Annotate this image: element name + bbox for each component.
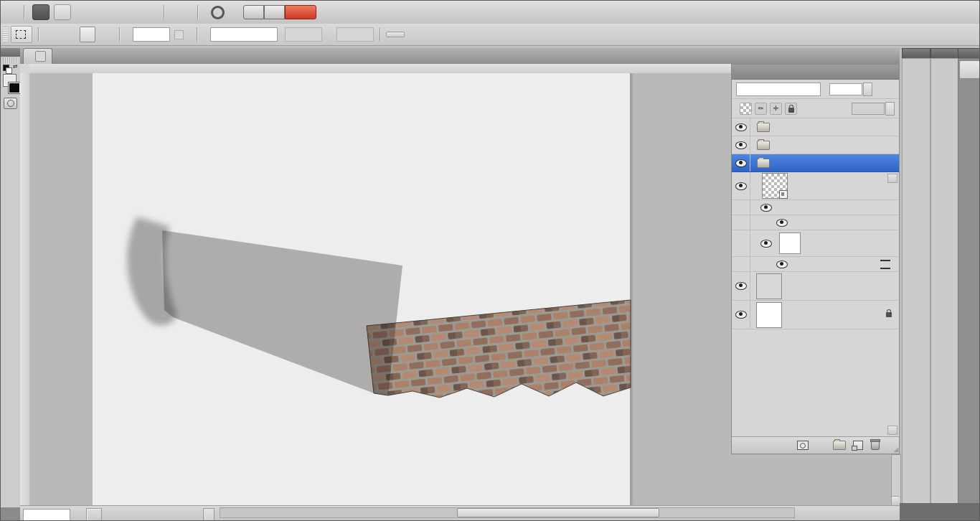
dock-collapse-button[interactable] bbox=[958, 48, 980, 59]
layers-list bbox=[732, 118, 899, 329]
arrange-documents-icon[interactable] bbox=[110, 5, 126, 19]
layer-row-effects[interactable] bbox=[732, 200, 899, 215]
panel-resize-grip[interactable]: ◢ bbox=[894, 446, 898, 453]
layer-thumbnail[interactable] bbox=[762, 173, 788, 199]
dock-collapse-button[interactable] bbox=[930, 48, 958, 59]
status-expand-button[interactable] bbox=[203, 508, 215, 521]
launch-bridge-button[interactable] bbox=[32, 4, 50, 20]
visibility-toggle[interactable] bbox=[732, 301, 750, 329]
close-document-icon[interactable] bbox=[35, 51, 46, 62]
width-input bbox=[285, 27, 322, 42]
selection-mode-subtract[interactable] bbox=[80, 27, 95, 42]
folder-icon bbox=[757, 141, 770, 150]
feather-input[interactable] bbox=[133, 27, 170, 42]
mini-bridge-panel-button[interactable] bbox=[959, 60, 980, 79]
fill-input bbox=[852, 103, 885, 115]
tools-collapse-button[interactable] bbox=[1, 48, 20, 57]
vertical-scrollbar[interactable] bbox=[891, 454, 901, 507]
scroll-down-icon[interactable] bbox=[892, 496, 899, 505]
close-button[interactable] bbox=[285, 5, 316, 19]
gutter bbox=[732, 215, 750, 230]
style-select[interactable] bbox=[210, 27, 278, 42]
marquee-icon bbox=[16, 30, 26, 39]
dock-collapse-button[interactable] bbox=[902, 48, 930, 59]
layer-row-color-overlay[interactable] bbox=[732, 215, 899, 230]
filter-blending-options-icon[interactable] bbox=[880, 260, 890, 269]
tools-panel: ⇄ bbox=[1, 48, 21, 507]
cs-live-button[interactable] bbox=[211, 6, 233, 19]
scroll-left-icon[interactable] bbox=[220, 508, 229, 516]
gutter bbox=[732, 200, 750, 215]
lock-position-button[interactable]: ✛ bbox=[770, 103, 782, 115]
blend-mode-select[interactable] bbox=[736, 83, 821, 96]
layer-row-group-1-selected[interactable] bbox=[732, 154, 899, 172]
folder-icon bbox=[757, 123, 770, 132]
smart-object-badge bbox=[779, 190, 788, 199]
visibility-toggle[interactable] bbox=[732, 154, 750, 172]
screen-mode-icon[interactable] bbox=[135, 5, 151, 19]
mini-bridge-dock bbox=[958, 58, 980, 521]
layer-row-initial-object[interactable] bbox=[732, 136, 899, 154]
tool-preset-picker[interactable] bbox=[11, 26, 32, 43]
lock-transparency-button[interactable] bbox=[740, 103, 752, 115]
background-color-swatch[interactable] bbox=[8, 82, 21, 94]
selection-mode-new[interactable] bbox=[45, 27, 61, 42]
document-tab-bar bbox=[20, 48, 900, 65]
eye-icon[interactable] bbox=[776, 219, 788, 227]
layer-row-3d-effect[interactable] bbox=[732, 118, 899, 136]
layer-row-smart-filters[interactable] bbox=[732, 230, 899, 257]
layer-thumbnail[interactable] bbox=[756, 273, 782, 299]
options-grip[interactable] bbox=[3, 27, 8, 42]
visibility-toggle[interactable] bbox=[732, 272, 750, 300]
app-frame bbox=[900, 503, 980, 521]
selection-mode-intersect[interactable] bbox=[97, 27, 113, 42]
delete-layer-button[interactable] bbox=[871, 441, 880, 450]
scroll-down-icon[interactable] bbox=[887, 426, 897, 435]
default-colors-icon[interactable] bbox=[3, 65, 12, 73]
layer-row-background-copy[interactable] bbox=[732, 272, 899, 301]
lock-paint-button[interactable]: ✏ bbox=[755, 103, 767, 115]
swap-colors-icon[interactable]: ⇄ bbox=[13, 63, 18, 70]
document-tab[interactable] bbox=[23, 48, 52, 64]
antialias-checkbox[interactable] bbox=[174, 30, 184, 39]
layers-tab-strip bbox=[732, 65, 899, 80]
visibility-toggle[interactable] bbox=[732, 136, 750, 154]
status-zoom-input[interactable] bbox=[23, 509, 70, 521]
layers-panel-footer bbox=[732, 436, 899, 454]
refine-edge-button[interactable] bbox=[386, 32, 405, 37]
eye-icon[interactable] bbox=[776, 260, 788, 268]
horizontal-scrollbar[interactable] bbox=[220, 507, 795, 518]
view-extras-icon[interactable] bbox=[75, 5, 91, 19]
scrollbar-thumb[interactable] bbox=[457, 508, 659, 517]
vertical-ruler[interactable] bbox=[20, 73, 30, 505]
gutter bbox=[732, 257, 750, 271]
restore-button[interactable] bbox=[264, 5, 285, 19]
opacity-spinner[interactable] bbox=[863, 83, 872, 96]
fill-spinner bbox=[885, 102, 895, 116]
new-layer-button[interactable] bbox=[853, 441, 863, 450]
add-layer-mask-button[interactable] bbox=[797, 441, 809, 450]
opacity-input[interactable] bbox=[829, 83, 862, 95]
lock-row: ✏ ✛ bbox=[732, 99, 899, 118]
layer-row-smart-object[interactable] bbox=[732, 172, 899, 200]
quick-mask-button[interactable] bbox=[4, 98, 17, 109]
scroll-right-icon[interactable] bbox=[786, 508, 794, 516]
lock-all-button[interactable] bbox=[785, 103, 797, 115]
launch-mini-bridge-button[interactable] bbox=[54, 4, 71, 20]
filter-mask-thumbnail[interactable] bbox=[779, 233, 801, 254]
minimize-button[interactable] bbox=[243, 5, 264, 19]
tools-grip[interactable] bbox=[3, 57, 18, 62]
visibility-toggle[interactable] bbox=[732, 118, 750, 136]
new-group-button[interactable] bbox=[833, 441, 846, 450]
layer-thumbnail[interactable] bbox=[756, 302, 782, 328]
selection-mode-add[interactable] bbox=[62, 27, 78, 42]
app-frame bbox=[1, 507, 20, 521]
visibility-toggle[interactable] bbox=[732, 172, 750, 200]
scroll-up-icon[interactable] bbox=[887, 174, 897, 183]
eye-icon bbox=[735, 159, 747, 167]
lock-icon bbox=[886, 312, 892, 317]
layer-row-background[interactable] bbox=[732, 301, 899, 329]
eye-icon[interactable] bbox=[760, 240, 772, 248]
eye-icon[interactable] bbox=[760, 204, 772, 212]
layer-row-gaussian-blur[interactable] bbox=[732, 257, 899, 272]
